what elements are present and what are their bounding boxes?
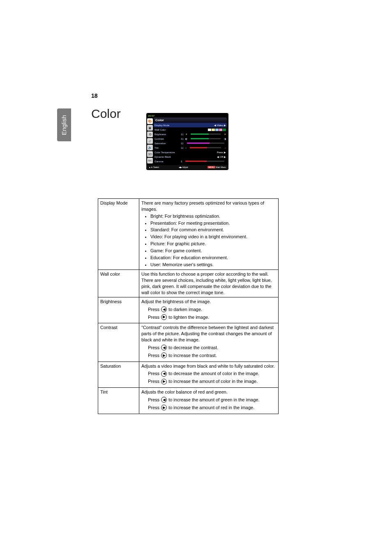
press-word: Press [148, 371, 159, 377]
up-down-icon: ▲▼ [149, 166, 153, 168]
right-button-icon: ▶ [161, 405, 167, 410]
osd-value: Video [217, 124, 223, 127]
row-desc: "Contrast" controls the difference betwe… [139, 323, 279, 362]
list-item: Video: For playing video in a bright env… [150, 234, 276, 240]
list-item: Standard: For common environment. [150, 227, 276, 233]
language-tab: English [57, 108, 71, 141]
action-text: to lighten the image. [168, 314, 209, 320]
action-text: to increase the amount of green in the i… [168, 397, 259, 403]
osd-label: Gamma [154, 160, 179, 163]
intro-text: Adjust the brightness of the image. [141, 299, 211, 304]
trapezoid-icon: ▱ [147, 138, 153, 144]
action-text: to darken image. [168, 306, 202, 313]
row-desc: There are many factory presets optimized… [139, 199, 279, 270]
language-label: English [61, 115, 68, 135]
row-label: Saturation [98, 362, 139, 388]
osd-row-dynamic-black: Dynamic Black ◀Off▶ [154, 154, 227, 159]
table-row: Display Mode There are many factory pres… [98, 199, 279, 270]
palette-icon: 🎨 [147, 118, 153, 124]
row-desc: Adjusts the color balance of red and gre… [139, 388, 279, 414]
osd-label: Color Temperature [154, 151, 179, 154]
osd-label: Saturation [154, 142, 179, 145]
osd-label: Brightness [154, 133, 179, 136]
list-item: User: Memorize user's settings. [150, 262, 276, 268]
press-word: Press [148, 378, 159, 385]
osd-row-tint: Tint 11○○ [154, 145, 227, 150]
left-button-icon: ◀ [161, 397, 167, 403]
table-row: Tint Adjusts the color balance of red an… [98, 388, 279, 414]
list-item: Game: For game content. [150, 248, 276, 254]
press-word: Press [148, 352, 159, 359]
osd-label: Wall Color [154, 129, 179, 131]
abc-icon: ABC [147, 158, 153, 164]
left-button-icon: ◀ [161, 371, 167, 377]
press-word: Press [148, 345, 159, 351]
osd-value: Off [220, 156, 223, 158]
osd-brand: acer [146, 113, 228, 117]
row-desc: Adjusts a video image from black and whi… [139, 362, 279, 388]
osd-num: 11 [181, 142, 184, 145]
list-item: Bright: For brightness optimization. [150, 213, 276, 219]
osd-row-saturation: Saturation 11 [154, 141, 227, 145]
right-arrow-icon: ▶ [224, 124, 226, 127]
table-row: Contrast "Contrast" controls the differe… [98, 323, 279, 362]
swatch-row [208, 129, 226, 131]
row-label: Tint [98, 388, 139, 414]
right-button-icon: ▶ [161, 379, 167, 385]
osd-footer-adjust: Adjust [182, 166, 188, 168]
action-text: to decrease the amount of color in the i… [168, 371, 259, 377]
osd-panel-title: Color [154, 117, 227, 123]
osd-num: 11 [181, 133, 184, 136]
osd-num: 2 [181, 160, 182, 163]
right-arrow-icon: ▶ [224, 155, 226, 158]
intro-text: There are many factory presets optimized… [141, 200, 264, 212]
gear-icon: ⚙ [147, 131, 153, 137]
osd-num: 11 [181, 138, 184, 140]
left-arrow-icon: ◀ [217, 155, 219, 158]
osd-row-display-mode: Display Mode ◀Video▶ [154, 123, 227, 127]
right-button-icon: ▶ [161, 314, 167, 320]
left-arrow-icon: ◀ [214, 124, 216, 127]
row-desc: Use this function to choose a proper col… [139, 270, 279, 297]
osd-row-wall-color: Wall Color [154, 127, 227, 132]
action-text: to increase the contrast. [168, 352, 217, 359]
list-item: Presentation: For meeting presentation. [150, 220, 276, 226]
press-word: Press [148, 306, 159, 313]
osd-footer-select: Select [153, 166, 159, 168]
row-label: Display Mode [98, 199, 139, 270]
osd-label: Display Mode [154, 124, 179, 127]
osd-label: Contrast [154, 138, 179, 140]
osd-value: Press [217, 151, 223, 154]
table-row: Saturation Adjusts a video image from bl… [98, 362, 279, 388]
right-button-icon: ▶ [161, 352, 167, 358]
left-button-icon: ◀ [161, 306, 167, 312]
row-label: Brightness [98, 297, 139, 323]
osd-row-gamma: Gamma 2 [154, 159, 227, 164]
row-label: Contrast [98, 323, 139, 362]
color-settings-table: Display Mode There are many factory pres… [98, 198, 279, 414]
osd-icon-column: 🎨 ▣ ⚙ ▱ 🔊 3D ABC [146, 117, 154, 165]
osd-label: Dynamic Black [154, 156, 179, 158]
osd-row-contrast: Contrast 11◐◑ [154, 136, 227, 141]
table-row: Wall color Use this function to choose a… [98, 270, 279, 297]
osd-row-color-temp: Color Temperature Press▶ [154, 150, 227, 154]
action-text: to increase the amount of color in the i… [168, 378, 258, 385]
intro-text: "Contrast" controls the difference betwe… [141, 325, 274, 342]
osd-label: Tint [154, 147, 179, 149]
osd-row-brightness: Brightness 11☀☀ [154, 132, 227, 136]
osd-screenshot: acer 🎨 ▣ ⚙ ▱ 🔊 3D ABC Color Display Mode… [146, 113, 228, 170]
right-arrow-icon: ▶ [224, 151, 226, 154]
list-item: Education: For education environment. [150, 255, 276, 261]
left-right-icon: ◀▶ [179, 166, 182, 168]
press-word: Press [148, 405, 159, 411]
speaker-icon: 🔊 [147, 145, 153, 150]
press-word: Press [148, 397, 159, 403]
menu-tag: MENU [208, 166, 215, 168]
row-label: Wall color [98, 270, 139, 297]
section-heading: Color [91, 107, 121, 121]
table-row: Brightness Adjust the brightness of the … [98, 297, 279, 323]
page-number: 18 [91, 92, 98, 99]
left-button-icon: ◀ [161, 345, 167, 350]
threeD-icon: 3D [147, 151, 153, 157]
intro-text: Adjusts the color balance of red and gre… [141, 389, 228, 394]
